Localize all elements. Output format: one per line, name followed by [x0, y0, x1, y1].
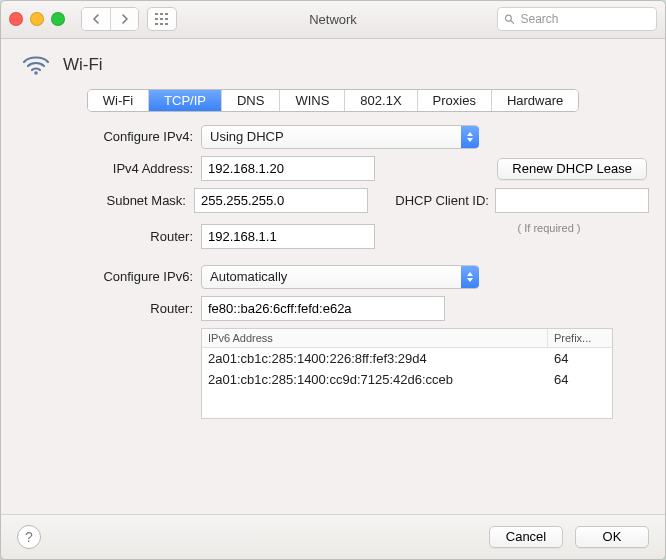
tab-tcpip[interactable]: TCP/IP [148, 90, 221, 111]
minimize-window-button[interactable] [30, 12, 44, 26]
network-prefs-window: Network Wi-Fi Wi-FiTCP/IPD [0, 0, 666, 560]
ipv4-address-label: IPv4 Address: [17, 161, 201, 176]
close-window-button[interactable] [9, 12, 23, 26]
svg-point-11 [34, 71, 38, 75]
renew-dhcp-lease-button[interactable]: Renew DHCP Lease [497, 158, 647, 180]
nav-back-button[interactable] [82, 8, 110, 30]
ipv6-prefix-cell: 64 [548, 348, 612, 369]
configure-ipv6-select[interactable]: Automatically [201, 265, 479, 289]
subnet-mask-label: Subnet Mask: [17, 193, 194, 208]
ipv6-router-field[interactable] [201, 296, 445, 321]
nav-back-forward [81, 7, 139, 31]
subnet-mask-field[interactable] [194, 188, 368, 213]
svg-line-10 [511, 21, 514, 24]
ipv4-router-label: Router: [17, 229, 201, 244]
ipv6-prefix-cell: 64 [548, 369, 612, 390]
table-row[interactable]: 2a01:cb1c:285:1400:cc9d:7125:42d6:cceb64 [202, 369, 612, 390]
svg-rect-8 [165, 23, 168, 25]
content-pane: Wi-Fi Wi-FiTCP/IPDNSWINS802.1XProxiesHar… [1, 39, 665, 514]
configure-ipv6-label: Configure IPv6: [17, 269, 201, 284]
dhcp-client-id-hint: ( If required ) [479, 222, 619, 234]
wifi-icon [21, 53, 51, 77]
ok-button[interactable]: OK [575, 526, 649, 548]
svg-rect-6 [155, 23, 158, 25]
dhcp-client-id-label: DHCP Client ID: [393, 193, 495, 208]
svg-rect-2 [165, 13, 168, 15]
ipv4-address-field[interactable] [201, 156, 375, 181]
chevron-updown-icon [461, 266, 479, 288]
table-row[interactable]: 2a01:cb1c:285:1400:226:8ff:fef3:29d464 [202, 348, 612, 369]
ipv6-table-header-address: IPv6 Address [202, 329, 548, 347]
ipv6-address-cell: 2a01:cb1c:285:1400:cc9d:7125:42d6:cceb [202, 369, 548, 390]
search-field-wrap[interactable] [497, 7, 657, 31]
zoom-window-button[interactable] [51, 12, 65, 26]
svg-rect-3 [155, 18, 158, 20]
tab-proxies[interactable]: Proxies [417, 90, 491, 111]
footer: ? Cancel OK [1, 514, 665, 559]
svg-rect-7 [160, 23, 163, 25]
settings-tabs: Wi-FiTCP/IPDNSWINS802.1XProxiesHardware [87, 89, 580, 112]
ipv6-address-cell: 2a01:cb1c:285:1400:226:8ff:fef3:29d4 [202, 348, 548, 369]
ipv6-address-table: IPv6 Address Prefix... 2a01:cb1c:285:140… [201, 328, 613, 419]
tab-wifi[interactable]: Wi-Fi [88, 90, 148, 111]
tab-8021x[interactable]: 802.1X [344, 90, 416, 111]
cancel-button[interactable]: Cancel [489, 526, 563, 548]
search-icon [504, 13, 514, 25]
tab-hardware[interactable]: Hardware [491, 90, 578, 111]
ipv6-router-label: Router: [17, 301, 201, 316]
tab-wins[interactable]: WINS [279, 90, 344, 111]
svg-rect-4 [160, 18, 163, 20]
configure-ipv4-value: Using DHCP [210, 129, 284, 144]
configure-ipv6-value: Automatically [210, 269, 287, 284]
window-controls [9, 12, 65, 26]
search-input[interactable] [518, 11, 650, 27]
nav-forward-button[interactable] [110, 8, 138, 30]
configure-ipv4-label: Configure IPv4: [17, 129, 201, 144]
configure-ipv4-select[interactable]: Using DHCP [201, 125, 479, 149]
svg-rect-0 [155, 13, 158, 15]
interface-title: Wi-Fi [63, 55, 103, 75]
ipv6-table-header-prefix: Prefix... [548, 329, 612, 347]
svg-point-9 [505, 16, 511, 22]
svg-rect-5 [165, 18, 168, 20]
chevron-updown-icon [461, 126, 479, 148]
show-all-prefs-button[interactable] [147, 7, 177, 31]
svg-rect-1 [160, 13, 163, 15]
help-button[interactable]: ? [17, 525, 41, 549]
titlebar: Network [1, 1, 665, 39]
dhcp-client-id-field[interactable] [495, 188, 649, 213]
tab-dns[interactable]: DNS [221, 90, 279, 111]
